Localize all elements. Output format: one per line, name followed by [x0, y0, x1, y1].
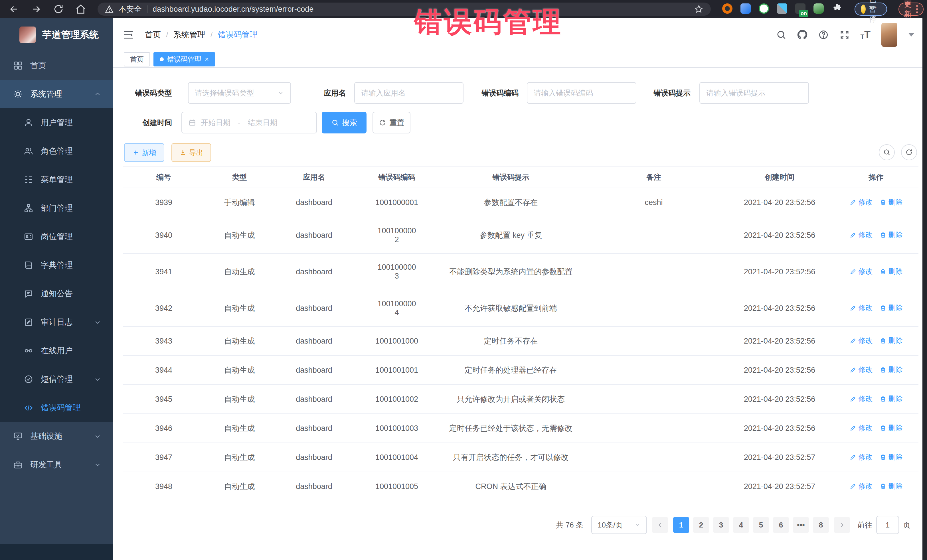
extension-orange-icon[interactable] — [722, 3, 734, 15]
reload-icon[interactable] — [53, 4, 64, 15]
page-button-1[interactable]: 1 — [673, 517, 689, 533]
breadcrumb-system[interactable]: 系统管理 — [173, 29, 205, 40]
sidebar-item-部门管理[interactable]: 部门管理 — [0, 194, 112, 222]
sidebar-item-基础设施[interactable]: 基础设施 — [0, 422, 112, 451]
page-scrollbar[interactable] — [922, 18, 927, 560]
delete-link[interactable]: 删除 — [880, 423, 903, 433]
edit-link[interactable]: 修改 — [850, 230, 873, 240]
show-search-toggle-button[interactable] — [879, 144, 895, 160]
extension-dark-on-icon[interactable]: on — [795, 3, 807, 15]
prev-page-button[interactable] — [652, 517, 668, 533]
export-button[interactable]: 导出 — [172, 143, 211, 162]
edit-link[interactable]: 修改 — [850, 423, 873, 433]
font-size-icon[interactable]: TT — [860, 30, 871, 40]
extension-green-y-icon[interactable] — [759, 3, 770, 15]
extension-grid-icon[interactable] — [777, 3, 789, 15]
cell-type: 自动生成 — [205, 326, 274, 355]
error-type-select[interactable]: 请选择错误码类型 — [188, 82, 291, 104]
user-menu-caret-icon[interactable] — [908, 33, 915, 36]
sidebar-item-角色管理[interactable]: 角色管理 — [0, 137, 112, 165]
page-button-8[interactable]: 8 — [813, 517, 829, 533]
logo[interactable]: 芋道管理系统 — [0, 18, 112, 51]
sidebar-item-label: 部门管理 — [41, 203, 73, 214]
page-size-select[interactable]: 10条/页 — [591, 516, 647, 534]
fullscreen-icon[interactable] — [839, 30, 850, 40]
refresh-table-button[interactable] — [901, 144, 917, 160]
page-button-4[interactable]: 4 — [733, 517, 749, 533]
reset-button[interactable]: 重置 — [372, 112, 410, 134]
error-tip-input[interactable] — [706, 89, 802, 97]
sidebar-item-系统管理[interactable]: 系统管理 — [0, 80, 112, 108]
sidebar-item-通知公告[interactable]: 通知公告 — [0, 279, 112, 308]
tab-home[interactable]: 首页 — [124, 52, 150, 67]
browser-update-button[interactable]: 更新 — [898, 3, 924, 16]
delete-link[interactable]: 删除 — [880, 394, 903, 404]
table-row: 3940自动生成dashboard100100000 2参数配置 key 重复2… — [123, 217, 918, 253]
breadcrumb-home[interactable]: 首页 — [145, 29, 161, 40]
app-name-input[interactable] — [361, 89, 457, 97]
delete-link[interactable]: 删除 — [880, 303, 903, 313]
edit-link[interactable]: 修改 — [850, 365, 873, 374]
user-avatar[interactable] — [881, 23, 897, 47]
error-code-input[interactable] — [534, 89, 629, 97]
sidebar-item-用户管理[interactable]: 用户管理 — [0, 108, 112, 137]
github-icon[interactable] — [797, 30, 807, 40]
delete-link[interactable]: 删除 — [880, 336, 903, 345]
page-button-2[interactable]: 2 — [693, 517, 709, 533]
delete-link[interactable]: 删除 — [880, 267, 903, 276]
edit-link[interactable]: 修改 — [850, 197, 873, 207]
security-label[interactable]: 不安全 — [119, 4, 142, 14]
cell-code: 1001001001 — [354, 355, 439, 385]
column-header: 编号 — [123, 166, 205, 188]
page-button-5[interactable]: 5 — [753, 517, 769, 533]
export-button-label: 导出 — [189, 148, 204, 157]
page-ellipsis-button[interactable]: ••• — [793, 517, 809, 533]
edit-link[interactable]: 修改 — [850, 452, 873, 461]
delete-link[interactable]: 删除 — [880, 481, 903, 491]
sidebar-item-研发工具[interactable]: 研发工具 — [0, 451, 112, 479]
extension-puzzle-icon[interactable] — [832, 3, 843, 15]
sidebar-item-审计日志[interactable]: 审计日志 — [0, 308, 112, 337]
edit-link[interactable]: 修改 — [850, 303, 873, 313]
url-text[interactable]: dashboard.yudao.iocoder.cn/system/error-… — [153, 5, 313, 14]
collapse-menu-icon[interactable] — [123, 29, 134, 41]
delete-link[interactable]: 删除 — [880, 230, 903, 240]
browser-menu-icon[interactable] — [916, 5, 918, 13]
delete-link[interactable]: 删除 — [880, 197, 903, 207]
bookmark-star-icon[interactable] — [694, 5, 704, 14]
sidebar-item-岗位管理[interactable]: 岗位管理 — [0, 222, 112, 251]
tab-error-code[interactable]: 错误码管理 × — [153, 52, 215, 67]
help-icon[interactable] — [818, 30, 828, 40]
edit-link[interactable]: 修改 — [850, 394, 873, 404]
next-page-button[interactable] — [834, 517, 850, 533]
cell-type: 自动生成 — [205, 217, 274, 253]
edit-link[interactable]: 修改 — [850, 481, 873, 491]
sidebar-item-错误码管理[interactable]: 错误码管理 — [0, 393, 112, 422]
extension-green-key-icon[interactable] — [813, 3, 825, 15]
delete-link[interactable]: 删除 — [880, 452, 903, 461]
add-button[interactable]: 新增 — [124, 143, 164, 162]
sidebar-item-短信管理[interactable]: 短信管理 — [0, 365, 112, 393]
forward-icon[interactable] — [31, 4, 42, 15]
extension-blue-gem-icon[interactable] — [740, 3, 752, 15]
home-icon[interactable] — [75, 4, 86, 15]
delete-link[interactable]: 删除 — [880, 365, 903, 374]
search-button[interactable]: 搜索 — [322, 112, 366, 134]
cell-time: 2021-04-20 23:52:57 — [725, 472, 834, 501]
search-icon[interactable] — [776, 30, 786, 40]
page-button-3[interactable]: 3 — [713, 517, 729, 533]
sidebar-item-字典管理[interactable]: 字典管理 — [0, 251, 112, 279]
back-icon[interactable] — [9, 4, 20, 15]
tab-close-icon[interactable]: × — [205, 56, 209, 63]
paused-extension-pill[interactable]: 已暂停 — [854, 3, 887, 16]
sidebar-item-首页[interactable]: 首页 — [0, 51, 112, 80]
sidebar-item-菜单管理[interactable]: 菜单管理 — [0, 165, 112, 194]
edit-link[interactable]: 修改 — [850, 336, 873, 345]
pencil-icon — [850, 483, 857, 490]
address-bar[interactable]: 不安全 dashboard.yudao.iocoder.cn/system/er… — [97, 3, 711, 16]
edit-link[interactable]: 修改 — [850, 267, 873, 276]
sidebar-item-在线用户[interactable]: 在线用户 — [0, 337, 112, 365]
date-range-picker[interactable]: 开始日期 - 结束日期 — [181, 112, 317, 134]
goto-page-input[interactable] — [876, 516, 899, 534]
page-button-6[interactable]: 6 — [773, 517, 789, 533]
